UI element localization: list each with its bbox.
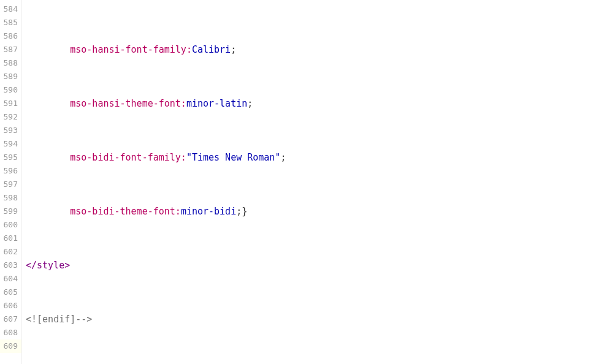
line-number: 592 xyxy=(0,110,21,124)
line-number: 606 xyxy=(0,299,21,313)
line-number: 594 xyxy=(0,137,21,151)
line-number: 602 xyxy=(0,245,21,259)
code-editor: 584 585 586 587 588 589 590 591 592 593 … xyxy=(0,0,593,364)
line-number: 599 xyxy=(0,205,21,218)
line-number: 598 xyxy=(0,191,21,205)
line-number: 609 xyxy=(0,339,21,353)
line-number-gutter: 584 585 586 587 588 589 590 591 592 593 … xyxy=(0,0,22,364)
line-number: 590 xyxy=(0,83,21,97)
code-line[interactable]: mso-bidi-font-family:"Times New Roman"; xyxy=(26,151,593,164)
line-number: 604 xyxy=(0,272,21,286)
code-line[interactable]: </style> xyxy=(26,259,593,272)
line-number: 608 xyxy=(0,326,21,339)
code-line[interactable]: mso-hansi-theme-font:minor-latin; xyxy=(26,97,593,110)
line-number: 596 xyxy=(0,164,21,178)
line-number: 586 xyxy=(0,29,21,43)
line-number: 595 xyxy=(0,151,21,164)
line-number: 603 xyxy=(0,259,21,272)
code-area[interactable]: mso-hansi-font-family:Calibri; mso-hansi… xyxy=(22,0,593,364)
line-number: 589 xyxy=(0,70,21,83)
line-number: 597 xyxy=(0,178,21,191)
line-number: 605 xyxy=(0,286,21,299)
line-number: 600 xyxy=(0,218,21,232)
code-line[interactable]: mso-hansi-font-family:Calibri; xyxy=(26,43,593,56)
line-number: 593 xyxy=(0,124,21,137)
code-line[interactable]: mso-bidi-theme-font:minor-bidi;} xyxy=(26,205,593,218)
line-number: 588 xyxy=(0,56,21,70)
line-number: 585 xyxy=(0,16,21,29)
line-number: 587 xyxy=(0,43,21,56)
line-number: 584 xyxy=(0,2,21,16)
code-line[interactable]: <![endif]--> xyxy=(26,313,593,326)
line-number: 607 xyxy=(0,313,21,326)
line-number: 591 xyxy=(0,97,21,110)
line-number: 601 xyxy=(0,232,21,245)
